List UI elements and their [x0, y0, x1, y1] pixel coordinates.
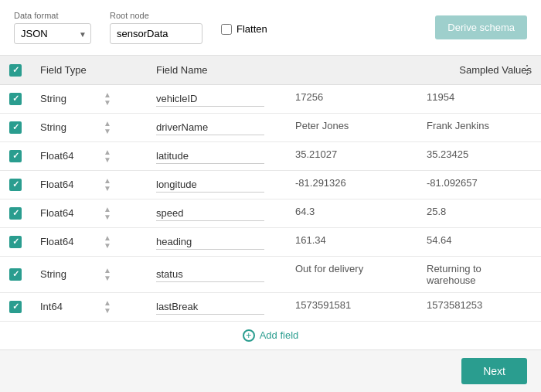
next-button[interactable]: Next	[461, 358, 527, 384]
table-body: StringFloat64Int64BooleanTimestamp▲▼1725…	[0, 84, 541, 321]
schema-table: Field Type Field Name Sampled Values ⋮ S…	[0, 56, 541, 349]
sampled-values-cell: Peter JonesFrank Jenkins	[286, 114, 541, 138]
sort-arrows-icon[interactable]: ▲▼	[104, 91, 111, 107]
sample-value-2: 1573581253	[427, 299, 482, 311]
field-name-input[interactable]	[156, 120, 264, 135]
data-format-select-wrapper: JSON CSV Avro ▼	[14, 23, 91, 44]
sampled-values-cell: 35.2102735.23425	[286, 142, 541, 166]
table-row: StringFloat64Int64BooleanTimestamp▲▼35.2…	[0, 141, 541, 170]
field-name-input[interactable]	[156, 91, 264, 107]
row-checkbox[interactable]	[9, 121, 22, 134]
field-type-select[interactable]: StringFloat64Int64BooleanTimestamp	[40, 93, 100, 104]
row-checkbox-cell	[0, 256, 31, 292]
table-row: StringFloat64Int64BooleanTimestamp▲▼64.3…	[0, 199, 541, 227]
root-node-group: Root node	[110, 11, 202, 44]
sample-value-2: 35.23425	[427, 148, 468, 160]
add-field-body: + Add field	[0, 321, 541, 349]
sampled-values-cell: 1725611954	[286, 85, 541, 109]
table-row: StringFloat64Int64BooleanTimestamp▲▼1573…	[0, 292, 541, 321]
sample-value-2: -81.092657	[427, 177, 478, 189]
table-row: StringFloat64Int64BooleanTimestamp▲▼161.…	[0, 227, 541, 256]
field-name-cell	[147, 84, 286, 113]
flatten-checkbox[interactable]	[221, 24, 232, 35]
top-bar: Data format JSON CSV Avro ▼ Root node Fl…	[0, 0, 541, 56]
field-name-input[interactable]	[156, 177, 264, 193]
row-checkbox[interactable]	[9, 268, 22, 281]
data-format-label: Data format	[14, 11, 91, 20]
header-checkbox[interactable]	[9, 64, 22, 77]
header-sampled-values: Sampled Values ⋮	[286, 56, 541, 84]
sample-value-1: 1573591581	[295, 299, 396, 311]
field-type-cell: StringFloat64Int64BooleanTimestamp▲▼	[31, 141, 147, 170]
sample-value-2: 25.8	[427, 206, 446, 217]
row-checkbox-cell	[0, 199, 31, 227]
row-checkbox-cell	[0, 227, 31, 256]
root-node-input[interactable]	[110, 23, 202, 44]
field-type-cell: StringFloat64Int64BooleanTimestamp▲▼	[31, 256, 147, 292]
field-type-select[interactable]: StringFloat64Int64BooleanTimestamp	[40, 150, 100, 162]
row-checkbox[interactable]	[9, 179, 22, 191]
schema-table-container: Field Type Field Name Sampled Values ⋮ S…	[0, 56, 541, 349]
sort-arrows-icon[interactable]: ▲▼	[104, 120, 111, 135]
sample-value-2: Frank Jenkins	[427, 120, 489, 131]
sort-arrows-icon[interactable]: ▲▼	[104, 177, 111, 193]
field-name-input[interactable]	[156, 206, 264, 221]
row-checkbox[interactable]	[9, 93, 22, 105]
field-name-cell	[147, 170, 286, 199]
sample-value-1: Peter Jones	[295, 120, 396, 131]
sort-arrows-icon[interactable]: ▲▼	[104, 206, 111, 221]
field-name-input[interactable]	[156, 234, 264, 250]
field-type-cell: StringFloat64Int64BooleanTimestamp▲▼	[31, 292, 147, 321]
field-name-cell	[147, 141, 286, 170]
sample-value-1: -81.291326	[295, 177, 396, 189]
sample-value-2: Returning to warehouse	[427, 263, 532, 286]
sort-arrows-icon[interactable]: ▲▼	[104, 299, 111, 315]
sample-value-1: 35.21027	[295, 148, 396, 160]
row-checkbox-cell	[0, 292, 31, 321]
row-checkbox[interactable]	[9, 301, 22, 313]
table-row: StringFloat64Int64BooleanTimestamp▲▼Pete…	[0, 113, 541, 141]
field-type-select[interactable]: StringFloat64Int64BooleanTimestamp	[40, 268, 100, 280]
sort-arrows-icon[interactable]: ▲▼	[104, 267, 111, 282]
add-field-button[interactable]: + Add field	[243, 329, 299, 342]
field-type-select[interactable]: StringFloat64Int64BooleanTimestamp	[40, 207, 100, 219]
sort-arrows-icon[interactable]: ▲▼	[104, 234, 111, 250]
field-type-select[interactable]: StringFloat64Int64BooleanTimestamp	[40, 236, 100, 247]
flatten-group: Flatten	[221, 23, 267, 35]
field-type-select[interactable]: StringFloat64Int64BooleanTimestamp	[40, 301, 100, 312]
sampled-values-cell: Out for deliveryReturning to warehouse	[286, 257, 541, 292]
row-checkbox-cell	[0, 84, 31, 113]
field-name-cell	[147, 292, 286, 321]
row-checkbox-cell	[0, 113, 31, 141]
sampled-values-cell: 15735915811573581253	[286, 293, 541, 317]
row-checkbox[interactable]	[9, 207, 22, 220]
field-name-input[interactable]	[156, 148, 264, 164]
derive-schema-button[interactable]: Derive schema	[435, 15, 527, 39]
sample-value-2: 54.64	[427, 234, 452, 246]
field-name-input[interactable]	[156, 267, 264, 282]
flatten-label: Flatten	[236, 23, 267, 35]
field-type-cell: StringFloat64Int64BooleanTimestamp▲▼	[31, 113, 147, 141]
field-type-cell: StringFloat64Int64BooleanTimestamp▲▼	[31, 84, 147, 113]
add-circle-icon: +	[243, 329, 255, 342]
table-row: StringFloat64Int64BooleanTimestamp▲▼-81.…	[0, 170, 541, 199]
sample-value-1: 64.3	[295, 206, 396, 217]
table-header-row: Field Type Field Name Sampled Values ⋮	[0, 56, 541, 84]
field-type-select[interactable]: StringFloat64Int64BooleanTimestamp	[40, 179, 100, 190]
column-menu-icon[interactable]: ⋮	[521, 63, 533, 77]
bottom-bar: Next	[0, 349, 541, 392]
row-checkbox[interactable]	[9, 236, 22, 248]
field-type-cell: StringFloat64Int64BooleanTimestamp▲▼	[31, 227, 147, 256]
row-checkbox-cell	[0, 170, 31, 199]
sample-value-2: 11954	[427, 91, 454, 103]
sort-arrows-icon[interactable]: ▲▼	[104, 148, 111, 164]
data-format-group: Data format JSON CSV Avro ▼	[14, 11, 91, 44]
field-name-cell	[147, 256, 286, 292]
header-field-name: Field Name	[147, 56, 286, 84]
field-type-select[interactable]: StringFloat64Int64BooleanTimestamp	[40, 121, 100, 133]
field-name-input[interactable]	[156, 299, 264, 315]
field-name-cell	[147, 227, 286, 256]
data-format-select[interactable]: JSON CSV Avro	[14, 23, 91, 44]
row-checkbox-cell	[0, 141, 31, 170]
row-checkbox[interactable]	[9, 150, 22, 162]
